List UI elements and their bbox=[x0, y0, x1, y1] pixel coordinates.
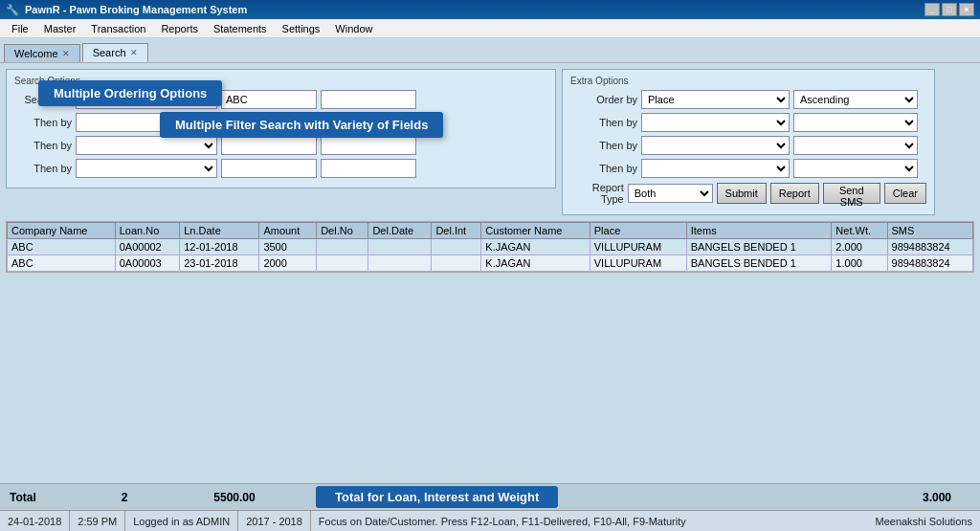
total-weight: 3.000 bbox=[923, 491, 951, 504]
search-by-input2[interactable] bbox=[321, 90, 416, 109]
order-by-select[interactable]: Place bbox=[641, 90, 790, 109]
then-by-row-3: Then by bbox=[14, 159, 547, 178]
table-cell: 23-01-2018 bbox=[180, 255, 259, 272]
then-by-select-3[interactable] bbox=[76, 159, 217, 178]
status-company: Meenakshi Solutions bbox=[867, 511, 980, 531]
col-del-int: Del.Int bbox=[432, 223, 481, 239]
order-then-by-dir-1[interactable] bbox=[793, 113, 918, 132]
table-cell: ABC bbox=[8, 239, 116, 255]
close-button[interactable]: × bbox=[959, 3, 974, 16]
col-items: Items bbox=[686, 223, 832, 239]
table-cell bbox=[432, 255, 481, 272]
maximize-button[interactable]: □ bbox=[942, 3, 957, 16]
order-by-row: Order by Place Ascending Descending bbox=[570, 90, 926, 109]
app-title: PawnR - Pawn Broking Management System bbox=[25, 4, 247, 15]
tab-welcome-label: Welcome bbox=[14, 48, 58, 59]
order-then-by-dir-2[interactable] bbox=[793, 136, 918, 155]
table-body: ABC0A0000212-01-20183500K.JAGANVILLUPURA… bbox=[8, 239, 973, 272]
menu-statements[interactable]: Statements bbox=[206, 21, 275, 36]
total-bar: Total 2 5500.00 Total for Loan, Interest… bbox=[0, 483, 980, 510]
menu-file[interactable]: File bbox=[4, 21, 36, 36]
menu-settings[interactable]: Settings bbox=[275, 21, 328, 36]
col-del-no: Del.No bbox=[317, 223, 368, 239]
col-del-date: Del.Date bbox=[368, 223, 432, 239]
order-then-by-select-3[interactable] bbox=[641, 159, 790, 178]
table-cell: BANGELS BENDED 1 bbox=[686, 255, 832, 272]
table-cell bbox=[368, 239, 432, 255]
total-count: 2 bbox=[86, 491, 163, 504]
table-cell: K.JAGAN bbox=[481, 255, 590, 272]
table-cell bbox=[317, 239, 368, 255]
menu-transaction[interactable]: Transaction bbox=[83, 21, 153, 36]
then-by-input2-2[interactable] bbox=[321, 136, 416, 155]
then-by-input1-3[interactable] bbox=[221, 159, 317, 178]
tab-search[interactable]: Search ✕ bbox=[82, 43, 148, 62]
order-then-by-row-3: Then by bbox=[570, 159, 926, 178]
col-loan-no: Loan.No bbox=[115, 223, 180, 239]
search-by-input1[interactable] bbox=[221, 90, 317, 109]
table-cell: 2.000 bbox=[832, 239, 887, 255]
table-cell: 2000 bbox=[259, 255, 317, 272]
app-icon: 🔧 bbox=[6, 4, 19, 16]
report-button[interactable]: Report bbox=[770, 183, 819, 204]
table-row[interactable]: ABC0A0000323-01-20182000K.JAGANVILLUPURA… bbox=[8, 255, 973, 272]
extra-options-label: Extra Options bbox=[570, 76, 926, 86]
table-cell bbox=[432, 239, 481, 255]
filter-tooltip-banner: Multiple Filter Search with Variety of F… bbox=[160, 112, 443, 138]
then-by-select-2[interactable] bbox=[76, 136, 217, 155]
order-then-by-dir-3[interactable] bbox=[793, 159, 918, 178]
table-header-row: Company Name Loan.No Ln.Date Amount Del.… bbox=[8, 223, 973, 239]
data-table-container: Company Name Loan.No Ln.Date Amount Del.… bbox=[6, 221, 974, 273]
menu-reports[interactable]: Reports bbox=[153, 21, 206, 36]
table-cell: 1.000 bbox=[832, 255, 887, 272]
status-bar: 24-01-2018 2:59 PM Logged in as ADMIN 20… bbox=[0, 510, 980, 531]
title-bar-buttons: _ □ × bbox=[924, 3, 974, 16]
report-type-label: Report Type bbox=[570, 182, 624, 205]
tab-welcome-close[interactable]: ✕ bbox=[62, 49, 70, 58]
then-by-label-2: Then by bbox=[14, 140, 72, 151]
tab-search-close[interactable]: ✕ bbox=[130, 48, 138, 57]
total-banner: Total for Loan, Interest and Weight bbox=[316, 486, 558, 508]
minimize-button[interactable]: _ bbox=[924, 3, 940, 16]
col-place: Place bbox=[590, 223, 686, 239]
then-by-input2-3[interactable] bbox=[321, 159, 416, 178]
tab-welcome[interactable]: Welcome ✕ bbox=[4, 44, 80, 62]
table-cell: 0A00002 bbox=[115, 239, 180, 255]
table-cell: K.JAGAN bbox=[481, 239, 590, 255]
main-content: Search Options Search by CompanyName The… bbox=[0, 63, 980, 483]
report-type-select[interactable]: Both Loan Delivered bbox=[628, 184, 713, 203]
clear-button[interactable]: Clear bbox=[884, 183, 926, 204]
menu-window[interactable]: Window bbox=[327, 21, 380, 36]
col-amount: Amount bbox=[259, 223, 317, 239]
order-then-by-row-1: Then by bbox=[570, 113, 926, 132]
total-label: Total bbox=[10, 491, 86, 504]
order-then-by-row-2: Then by bbox=[570, 136, 926, 155]
col-ln-date: Ln.Date bbox=[180, 223, 259, 239]
send-sms-button[interactable]: Send SMS bbox=[823, 183, 880, 204]
table-cell bbox=[368, 255, 432, 272]
menu-master[interactable]: Master bbox=[36, 21, 84, 36]
status-focus: Focus on Date/Customer. Press F12-Loan, … bbox=[311, 516, 868, 527]
order-then-by-select-2[interactable] bbox=[641, 136, 790, 155]
ordering-tooltip-banner: Multiple Ordering Options bbox=[38, 80, 222, 106]
table-cell: VILLUPURAM bbox=[590, 255, 686, 272]
then-by-input1-2[interactable] bbox=[221, 136, 317, 155]
order-then-by-label-1: Then by bbox=[570, 117, 637, 128]
order-then-by-select-1[interactable] bbox=[641, 113, 790, 132]
table-row[interactable]: ABC0A0000212-01-20183500K.JAGANVILLUPURA… bbox=[8, 239, 973, 255]
tab-bar: Welcome ✕ Search ✕ bbox=[0, 38, 980, 63]
total-amount: 5500.00 bbox=[163, 491, 306, 504]
table-cell: 0A00003 bbox=[115, 255, 180, 272]
table-cell: VILLUPURAM bbox=[590, 239, 686, 255]
title-bar: 🔧 PawnR - Pawn Broking Management System… bbox=[0, 0, 980, 19]
order-by-direction-select[interactable]: Ascending Descending bbox=[793, 90, 918, 109]
report-type-row: Report Type Both Loan Delivered Submit R… bbox=[570, 182, 926, 205]
extra-options-box: Extra Options Order by Place Ascending D… bbox=[562, 69, 935, 215]
table-cell: 9894883824 bbox=[887, 239, 972, 255]
table-cell: 9894883824 bbox=[887, 255, 972, 272]
then-by-label-1: Then by bbox=[14, 117, 72, 128]
submit-button[interactable]: Submit bbox=[717, 183, 767, 204]
menu-bar: File Master Transaction Reports Statemen… bbox=[0, 19, 980, 38]
order-by-label: Order by bbox=[570, 94, 637, 105]
status-time: 2:59 PM bbox=[70, 511, 125, 531]
